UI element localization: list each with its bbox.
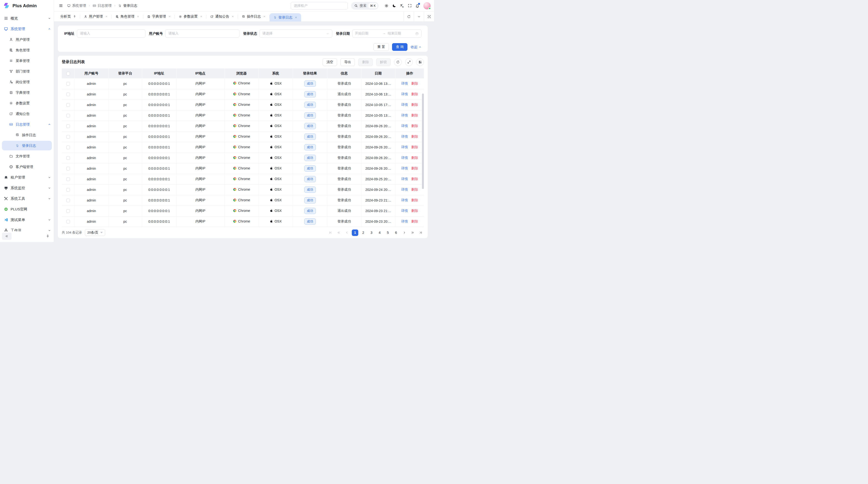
prev-page-button[interactable] xyxy=(344,229,350,236)
columns-icon-button[interactable] xyxy=(416,58,424,66)
tab-dict-mgmt[interactable]: 字典管理 xyxy=(143,11,175,22)
sidebar-item-tenant-mgmt[interactable]: 租户管理 xyxy=(0,172,54,183)
detail-link[interactable]: 详情 xyxy=(401,145,408,149)
next-pages-button[interactable] xyxy=(409,229,416,236)
sidebar-item-test-menu[interactable]: 测试菜单 xyxy=(0,215,54,225)
detail-link[interactable]: 详情 xyxy=(401,177,408,181)
close-icon[interactable] xyxy=(105,15,108,18)
page-button-1[interactable]: 1 xyxy=(352,229,358,236)
delete-link[interactable]: 删除 xyxy=(411,92,418,96)
row-checkbox[interactable] xyxy=(66,82,70,86)
sidebar-item-workflow[interactable]: 工作流 xyxy=(0,225,54,231)
next-page-button[interactable] xyxy=(401,229,407,236)
detail-link[interactable]: 详情 xyxy=(401,103,408,106)
close-icon[interactable] xyxy=(294,16,297,19)
row-checkbox[interactable] xyxy=(66,124,70,128)
delete-link[interactable]: 删除 xyxy=(411,219,418,223)
close-icon[interactable] xyxy=(263,15,266,18)
sidebar-item-role-mgmt[interactable]: 角色管理 xyxy=(0,45,54,56)
detail-link[interactable]: 详情 xyxy=(401,209,408,213)
language-translate-icon[interactable]: 文A xyxy=(398,2,406,9)
clear-button[interactable]: 清空 xyxy=(322,58,337,66)
page-button-4[interactable]: 4 xyxy=(376,229,383,236)
detail-link[interactable]: 详情 xyxy=(401,134,408,138)
delete-link[interactable]: 删除 xyxy=(411,188,418,191)
status-select[interactable]: 请选择 xyxy=(259,29,332,38)
tab-login-log[interactable]: 登录日志 xyxy=(270,13,301,22)
sidebar-pin-button[interactable] xyxy=(44,233,51,240)
account-input[interactable]: 请输入 xyxy=(165,29,240,38)
delete-link[interactable]: 删除 xyxy=(411,209,418,213)
sidebar-item-client-mgmt[interactable]: 客户端管理 xyxy=(0,161,54,172)
notifications-bell-icon[interactable] xyxy=(414,2,421,9)
refresh-icon-button[interactable] xyxy=(394,58,402,66)
tab-notice[interactable]: 通知公告 xyxy=(207,11,238,22)
sidebar-item-overview[interactable]: 概览 xyxy=(0,13,54,24)
tenant-select-input[interactable]: 选择租户 xyxy=(291,2,348,10)
expand-icon-button[interactable] xyxy=(405,58,413,66)
detail-link[interactable]: 详情 xyxy=(401,124,408,128)
collapse-filter-link[interactable]: 收起 xyxy=(411,45,422,50)
first-page-button[interactable] xyxy=(327,229,334,236)
tab-analysis[interactable]: 分析页 xyxy=(56,11,80,22)
sidebar-item-login-log[interactable]: 登录日志 xyxy=(2,141,52,151)
delete-link[interactable]: 删除 xyxy=(411,156,418,160)
row-checkbox[interactable] xyxy=(66,114,70,118)
tab-op-log[interactable]: 操作日志 xyxy=(238,11,270,22)
sidebar-item-dict-mgmt[interactable]: 字典管理 xyxy=(0,87,54,98)
select-all-checkbox[interactable] xyxy=(66,72,70,75)
last-page-button[interactable] xyxy=(417,229,424,236)
delete-link[interactable]: 删除 xyxy=(411,103,418,106)
sidebar-item-file-mgmt[interactable]: 文件管理 xyxy=(0,151,54,161)
detail-link[interactable]: 详情 xyxy=(401,219,408,223)
settings-gear-icon[interactable] xyxy=(383,2,390,9)
delete-link[interactable]: 删除 xyxy=(411,198,418,202)
sidebar-item-param-settings[interactable]: 参数设置 xyxy=(0,98,54,108)
pin-icon[interactable] xyxy=(73,15,76,18)
row-checkbox[interactable] xyxy=(66,103,70,107)
detail-link[interactable]: 详情 xyxy=(401,198,408,202)
close-icon[interactable] xyxy=(137,15,140,18)
row-checkbox[interactable] xyxy=(66,209,70,213)
detail-link[interactable]: 详情 xyxy=(401,156,408,160)
row-checkbox[interactable] xyxy=(66,188,70,192)
delete-link[interactable]: 删除 xyxy=(411,134,418,138)
tab-role-mgmt[interactable]: 角色管理 xyxy=(112,11,143,22)
delete-link[interactable]: 删除 xyxy=(411,145,418,149)
tab-list-chevron-icon[interactable] xyxy=(414,11,424,22)
reset-button[interactable]: 重 置 xyxy=(373,43,389,51)
delete-link[interactable]: 删除 xyxy=(411,113,418,117)
sidebar-item-post-mgmt[interactable]: 岗位管理 xyxy=(0,77,54,87)
row-checkbox[interactable] xyxy=(66,156,70,160)
page-size-select[interactable]: 20条/页 xyxy=(85,229,105,236)
row-checkbox[interactable] xyxy=(66,178,70,181)
sidebar-item-menu-mgmt[interactable]: 菜单管理 xyxy=(0,56,54,66)
page-button-2[interactable]: 2 xyxy=(360,229,367,236)
detail-link[interactable]: 详情 xyxy=(401,92,408,96)
page-button-5[interactable]: 5 xyxy=(384,229,391,236)
sidebar-item-plus-site[interactable]: PLUS官网 xyxy=(0,204,54,215)
menu-toggle-icon[interactable] xyxy=(57,2,64,9)
sidebar-item-user-mgmt[interactable]: 用户管理 xyxy=(0,34,54,45)
row-checkbox[interactable] xyxy=(66,220,70,223)
dark-mode-moon-icon[interactable] xyxy=(391,2,398,9)
row-checkbox[interactable] xyxy=(66,199,70,202)
sidebar-item-system-tools[interactable]: 系统工具 xyxy=(0,193,54,204)
row-checkbox[interactable] xyxy=(66,135,70,138)
detail-link[interactable]: 详情 xyxy=(401,113,408,117)
sidebar-item-log-mgmt[interactable]: DEV日志管理 xyxy=(0,119,54,130)
detail-link[interactable]: 详情 xyxy=(401,188,408,191)
sidebar-collapse-button[interactable] xyxy=(2,233,11,240)
detail-link[interactable]: 详情 xyxy=(401,82,408,85)
sidebar-item-system-mgmt[interactable]: 系统管理 xyxy=(0,24,54,34)
detail-link[interactable]: 详情 xyxy=(401,166,408,170)
prev-pages-button[interactable] xyxy=(335,229,342,236)
page-button-6[interactable]: 6 xyxy=(393,229,399,236)
breadcrumb-item-login-log[interactable]: 登录日志 xyxy=(118,3,137,8)
close-icon[interactable] xyxy=(231,15,234,18)
row-checkbox[interactable] xyxy=(66,146,70,149)
sidebar-item-system-monitor[interactable]: 系统监控 xyxy=(0,183,54,193)
breadcrumb-item-log-mgmt[interactable]: DEV日志管理 xyxy=(93,3,112,8)
tab-refresh-icon[interactable] xyxy=(404,11,414,22)
export-button[interactable]: 导出 xyxy=(340,58,355,66)
